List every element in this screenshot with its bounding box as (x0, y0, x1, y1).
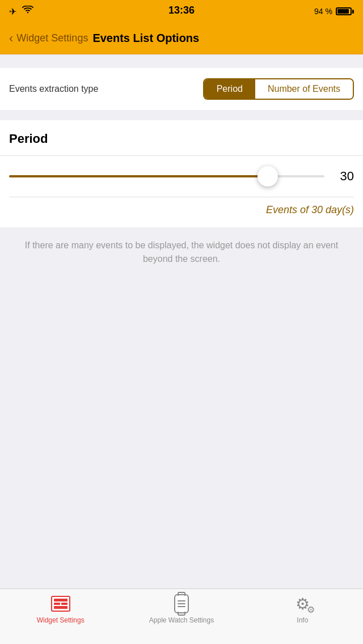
status-left (9, 6, 33, 17)
slider-fill (9, 175, 268, 177)
tab-widget-settings-label: Widget Settings (37, 616, 85, 624)
content-section: Period 30 Events of 30 day(s) (0, 120, 363, 227)
gear-small-icon: ⚙ (307, 604, 315, 615)
period-segment-button[interactable]: Period (204, 79, 255, 99)
tab-widget-settings[interactable]: Widget Settings (0, 594, 121, 624)
nav-bar: ‹ Widget Settings Events List Options (0, 23, 363, 54)
widget-settings-icon (50, 594, 71, 614)
apple-watch-icon (171, 594, 192, 614)
slider-row: 30 (9, 156, 354, 197)
tab-apple-watch-settings[interactable]: Apple Watch Settings (121, 594, 242, 624)
airplane-icon (9, 6, 16, 17)
extraction-type-label: Events extraction type (9, 84, 98, 94)
tab-info[interactable]: ⚙ ⚙ Info (242, 594, 363, 624)
page-title: Events List Options (92, 32, 199, 45)
back-label: Widget Settings (16, 32, 88, 44)
status-right: 94 % (314, 7, 354, 16)
tab-info-label: Info (297, 616, 308, 624)
extraction-type-segmented-control[interactable]: Period Number of Events (203, 78, 354, 100)
slider-thumb[interactable] (258, 166, 278, 187)
section-spacer-top (0, 54, 363, 68)
slider-track (9, 175, 324, 177)
battery-icon (336, 7, 354, 15)
slider-container (9, 166, 324, 187)
back-chevron-icon: ‹ (9, 31, 13, 46)
battery-percent: 94 % (314, 7, 332, 16)
tab-bar: Widget Settings Apple Watch Settings ⚙ ⚙… (0, 588, 363, 644)
period-title: Period (9, 132, 354, 146)
number-of-events-segment-button[interactable]: Number of Events (255, 79, 353, 99)
events-label: Events of 30 day(s) (9, 197, 354, 218)
back-button[interactable]: ‹ Widget Settings (9, 31, 88, 46)
status-bar: 13:36 94 % (0, 0, 363, 23)
info-section: If there are many events to be displayed… (0, 227, 363, 277)
wifi-icon (22, 6, 33, 17)
info-icon: ⚙ ⚙ (292, 594, 313, 614)
slider-value: 30 (334, 169, 354, 184)
extraction-type-row: Events extraction type Period Number of … (0, 68, 363, 110)
info-text: If there are many events to be displayed… (14, 239, 349, 266)
widget-grid-icon (51, 596, 70, 612)
tab-apple-watch-settings-label: Apple Watch Settings (149, 616, 214, 624)
status-time: 13:36 (168, 5, 195, 16)
